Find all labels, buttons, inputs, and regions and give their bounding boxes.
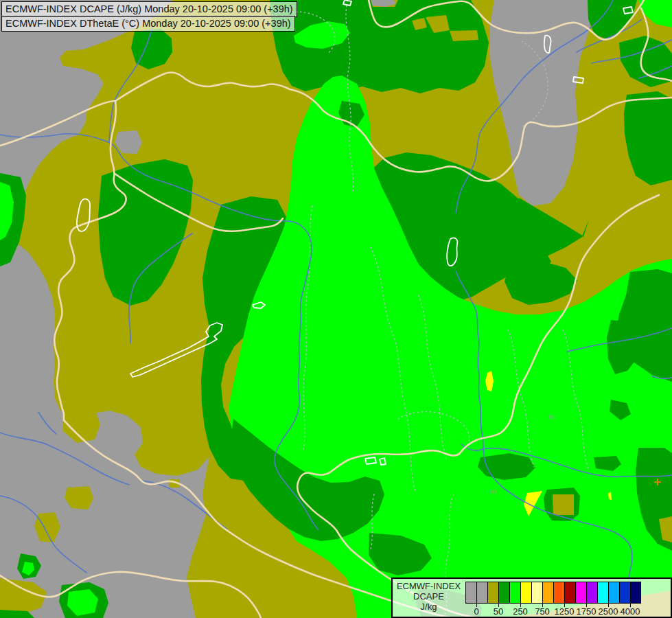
legend-color-swatch: [597, 582, 608, 604]
legend-color-swatch: [586, 582, 597, 604]
region-green-top-band: [270, 0, 489, 93]
dcape-region: [450, 30, 478, 41]
legend-color-swatch: [575, 582, 586, 604]
legend-color-swatch: [465, 582, 476, 604]
legend-tick-label: 4000: [621, 606, 640, 617]
legend-tick-label: 750: [535, 606, 550, 617]
legend-color-swatch: [619, 582, 630, 604]
legend-color-swatch: [630, 582, 641, 604]
dcape-legend: ECMWF-INDEX DCAPE J/kg 0 50 250 750: [391, 577, 672, 618]
legend-color-swatch: [487, 582, 498, 604]
legend-color-swatch: [564, 582, 575, 604]
legend-tick-label: 1750: [577, 606, 596, 617]
legend-color-swatch: [542, 582, 553, 604]
legend-titles: ECMWF-INDEX DCAPE J/kg: [393, 581, 465, 612]
legend-parameter-label: DCAPE: [393, 591, 465, 602]
map-title-dthetae: ECMWF-INDEX DThetaE (°C) Monday 20-10-20…: [1, 16, 295, 32]
legend-color-swatch: [553, 582, 564, 604]
legend-color-swatch: [498, 582, 509, 604]
dcape-map: 5 5: [0, 0, 672, 618]
legend-unit-label: J/kg: [393, 602, 465, 612]
legend-tick-label: 0: [474, 606, 478, 617]
weather-map-page: 5 5 ECMWF-INDEX DCAPE (J/kg) Monday 20-1…: [0, 0, 672, 618]
legend-model-label: ECMWF-INDEX: [393, 581, 465, 591]
legend-color-swatch: [608, 582, 619, 604]
legend-color-swatch: [509, 582, 520, 604]
legend-color-swatch: [520, 582, 531, 604]
legend-color-swatch: [531, 582, 542, 604]
legend-color-strip: [465, 582, 641, 604]
map-title-dcape: ECMWF-INDEX DCAPE (J/kg) Monday 20-10-20…: [1, 1, 297, 17]
legend-tick-label: 1250: [555, 606, 575, 617]
legend-tick-label: 50: [494, 606, 503, 617]
legend-tick-label: 2500: [599, 606, 618, 617]
legend-color-swatch: [476, 582, 487, 604]
dcape-region: [553, 494, 574, 515]
legend-tick-label: 250: [513, 606, 528, 617]
